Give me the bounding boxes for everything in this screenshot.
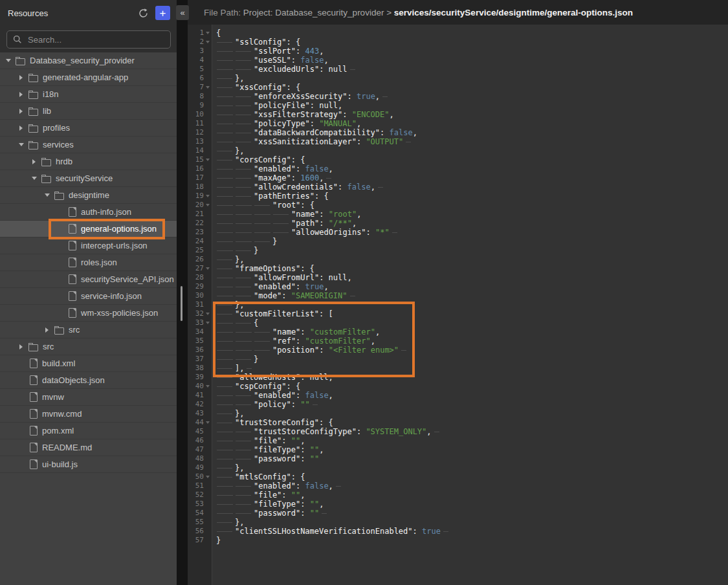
code-line[interactable]: 4"useSSL": false,	[188, 56, 728, 65]
code-line-content[interactable]: "mode": "SAMEORIGIN"	[212, 291, 728, 300]
code-line-content[interactable]: "trustStoreConfigType": "SYSTEM_ONLY",	[212, 427, 728, 436]
code-line-content[interactable]: "enabled": true,	[212, 282, 728, 291]
code-line-content[interactable]: }	[212, 246, 728, 255]
fold-slot[interactable]	[204, 41, 211, 43]
code-line-content[interactable]: "corsConfig": {	[212, 155, 728, 164]
code-line-content[interactable]: ],	[212, 364, 728, 373]
code-line-content[interactable]: "name": "customFilter",	[212, 327, 728, 337]
sidebar-scrollbar-thumb[interactable]	[181, 286, 182, 321]
fold-slot[interactable]	[204, 32, 211, 34]
code-line[interactable]: 31},	[188, 300, 728, 309]
code-line-content[interactable]: "cspConfig": {	[212, 382, 728, 391]
code-line-content[interactable]: "useSSL": false,	[212, 56, 728, 65]
code-line-content[interactable]: {	[212, 318, 728, 327]
code-line[interactable]: 56"clientSSLHostNameVerificationEnabled"…	[188, 527, 728, 536]
tree-item-hrdb[interactable]: hrdb	[0, 153, 177, 170]
tree-item-src[interactable]: src	[0, 322, 177, 338]
tree-item-i18n[interactable]: i18n	[0, 86, 177, 103]
code-line[interactable]: 20"root": {	[188, 201, 728, 210]
chevron-down-icon[interactable]	[31, 175, 37, 181]
tree-item-wm-xss-policies.json[interactable]: wm-xss-policies.json	[0, 305, 177, 322]
code-line-content[interactable]: "allowedOrigins": "*"	[212, 228, 728, 237]
chevron-down-icon[interactable]	[44, 192, 50, 198]
code-line[interactable]: 5"excludedUrls": null	[188, 65, 728, 74]
chevron-right-icon[interactable]	[18, 91, 24, 97]
code-line-content[interactable]: },	[212, 300, 728, 309]
code-line[interactable]: 18"allowCredentials": false,	[188, 182, 728, 192]
code-line-content[interactable]: "sslConfig": {	[212, 38, 728, 47]
code-line[interactable]: 24}	[188, 237, 728, 246]
code-line-content[interactable]: "position": "<Filter enum>"	[212, 346, 728, 355]
tree-item-mvnw[interactable]: mvnw	[0, 389, 177, 406]
code-line-content[interactable]: "enabled": false,	[212, 391, 728, 400]
tree-item-build.xml[interactable]: build.xml	[0, 355, 177, 372]
code-line[interactable]: 34"name": "customFilter",	[188, 327, 728, 337]
code-line-content[interactable]: "name": "root",	[212, 210, 728, 219]
tree-item-securityService_API.json[interactable]: securityService_API.json	[0, 271, 177, 288]
code-line[interactable]: 29"enabled": true,	[188, 282, 728, 291]
chevron-down-icon[interactable]	[18, 142, 24, 148]
code-line-content[interactable]: "password": ""	[212, 454, 728, 463]
code-line-content[interactable]: "trustStoreConfig": {	[212, 418, 728, 427]
code-line[interactable]: 1{	[188, 28, 728, 38]
code-line[interactable]: 21"name": "root",	[188, 210, 728, 219]
code-line-content[interactable]: {	[212, 28, 728, 38]
tree-item-dataObjects.json[interactable]: dataObjects.json	[0, 372, 177, 389]
code-line[interactable]: 53"fileType": "",	[188, 500, 728, 509]
code-line[interactable]: 10"xssFilterStrategy": "ENCODE",	[188, 110, 728, 119]
tree-item-services[interactable]: services	[0, 137, 177, 153]
code-line[interactable]: 15"corsConfig": {	[188, 155, 728, 164]
code-line[interactable]: 57}	[188, 536, 728, 545]
code-line[interactable]: 30"mode": "SAMEORIGIN"	[188, 291, 728, 300]
code-editor[interactable]: 1{2"sslConfig": {3"sslPort": 443,4"useSS…	[188, 25, 728, 585]
code-line-content[interactable]: "file": "",	[212, 491, 728, 500]
code-line-content[interactable]: "sslPort": 443,	[212, 47, 728, 56]
tree-item-auth-info.json[interactable]: auth-info.json	[0, 204, 177, 221]
code-line-content[interactable]: "password": ""	[212, 509, 728, 518]
chevron-right-icon[interactable]	[44, 327, 50, 333]
code-line-content[interactable]: "xssFilterStrategy": "ENCODE",	[212, 110, 728, 119]
code-line-content[interactable]: },	[212, 255, 728, 264]
code-line-content[interactable]: "clientSSLHostNameVerificationEnabled": …	[212, 527, 728, 536]
tree-item-Database_security_provider[interactable]: Database_security_provider	[0, 52, 177, 69]
tree-item-roles.json[interactable]: roles.json	[0, 254, 177, 271]
tree-item-mvnw.cmd[interactable]: mvnw.cmd	[0, 406, 177, 423]
code-line[interactable]: 44"trustStoreConfig": {	[188, 418, 728, 427]
chevron-down-icon[interactable]	[5, 58, 11, 63]
code-line[interactable]: 43},	[188, 409, 728, 418]
search-input[interactable]	[27, 34, 164, 45]
code-line-content[interactable]: "customFilterList": [	[212, 309, 728, 318]
fold-slot[interactable]	[204, 195, 211, 197]
fold-slot[interactable]	[204, 204, 211, 206]
fold-slot[interactable]	[204, 267, 211, 270]
code-line-content[interactable]: "maxAge": 1600,	[212, 173, 728, 182]
code-line-content[interactable]: "fileType": "",	[212, 445, 728, 454]
chevron-right-icon[interactable]	[18, 74, 24, 80]
code-line[interactable]: 55},	[188, 518, 728, 527]
code-line[interactable]: 54"password": ""	[188, 509, 728, 518]
code-line[interactable]: 11"policyType": "MANUAL",	[188, 119, 728, 128]
tree-item-intercept-urls.json[interactable]: intercept-urls.json	[0, 237, 177, 254]
code-line-content[interactable]: "policyType": "MANUAL",	[212, 119, 728, 128]
code-line-content[interactable]: },	[212, 518, 728, 527]
code-line[interactable]: 16"enabled": false,	[188, 164, 728, 173]
code-line-content[interactable]: "allowCredentials": false,	[212, 182, 728, 192]
code-line[interactable]: 41"enabled": false,	[188, 391, 728, 400]
chevron-right-icon[interactable]	[18, 344, 24, 349]
code-line[interactable]: 28"allowFromUrl": null,	[188, 273, 728, 282]
code-line-content[interactable]: },	[212, 74, 728, 83]
code-line[interactable]: 47"fileType": "",	[188, 445, 728, 454]
code-line-content[interactable]: },	[212, 409, 728, 418]
tree-item-securityService[interactable]: securityService	[0, 170, 177, 187]
code-line-content[interactable]: "excludedUrls": null	[212, 65, 728, 74]
code-line[interactable]: 8"enforceXssSecurity": true,	[188, 92, 728, 101]
code-line-content[interactable]: "ref": "customFilter",	[212, 337, 728, 346]
refresh-button[interactable]	[136, 6, 150, 20]
code-line-content[interactable]: "xssSanitizationLayer": "OUTPUT"	[212, 137, 728, 146]
fold-slot[interactable]	[204, 322, 211, 324]
code-line-content[interactable]: "pathEntries": {	[212, 192, 728, 201]
code-line[interactable]: 49},	[188, 463, 728, 472]
tree-item-src[interactable]: src	[0, 338, 177, 355]
code-line-content[interactable]: "mtlsConfig": {	[212, 472, 728, 481]
code-line[interactable]: 12"dataBackwardCompatibility": false,	[188, 128, 728, 137]
